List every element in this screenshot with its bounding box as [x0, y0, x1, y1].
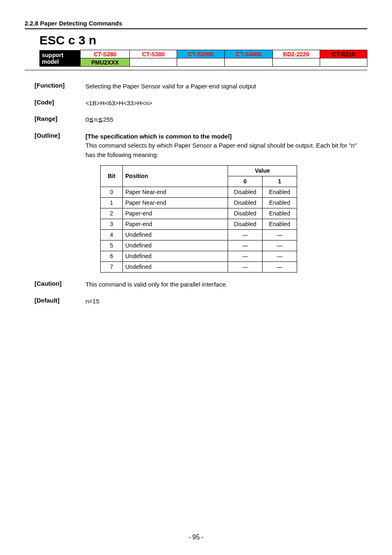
bit-header-v1: 1 — [263, 176, 297, 187]
bit-cell-v0: Disabled — [228, 198, 263, 208]
outline-heading: [The specification which is common to th… — [85, 132, 367, 141]
bit-cell-v0: ― — [228, 230, 263, 240]
support-cell — [177, 58, 225, 67]
bit-header-bit: Bit — [101, 166, 123, 187]
bit-cell-position: Paper Near-end — [123, 198, 228, 208]
code-label: [Code] — [35, 99, 85, 108]
section-heading: 2.2.8 Paper Detecting Commands — [25, 20, 367, 27]
command-title: ESC c 3 n — [39, 33, 367, 47]
divider-under-support — [25, 70, 367, 70]
bit-cell-v1: ― — [263, 240, 297, 251]
support-cell: PMU2XXX — [81, 58, 130, 67]
support-model-table: CT-S280 CT-S300 CT-S2000 CT-S4000 BD2-22… — [80, 50, 367, 67]
bit-table-row: 6Undefined―― — [101, 251, 297, 262]
function-row: [Function] Selecting the Paper Sensor va… — [25, 82, 367, 91]
bit-cell-bit: 3 — [101, 219, 123, 230]
support-cell: CT-S4000 — [225, 50, 272, 58]
bit-cell-v1: Enabled — [263, 219, 297, 230]
caution-row: [Caution] This command is valid only for… — [25, 280, 367, 289]
bit-table: Bit Position Value 0 1 0Paper Near-endDi… — [100, 165, 297, 273]
bit-cell-v1: Enabled — [263, 198, 297, 208]
support-row-2: PMU2XXX — [81, 58, 367, 67]
bit-cell-bit: 2 — [101, 208, 123, 219]
support-cell: CT-S2000 — [177, 50, 225, 58]
default-text: n=15 — [85, 297, 367, 306]
bit-cell-position: Paper-end — [123, 208, 228, 219]
bit-cell-position: Undefined — [123, 230, 228, 240]
bit-cell-bit: 7 — [101, 262, 123, 273]
outline-body: [The specification which is common to th… — [85, 132, 367, 273]
bit-cell-v0: ― — [228, 262, 263, 273]
bit-cell-position: Paper-end — [123, 219, 228, 230]
bit-table-row: 2Paper-endDisabledEnabled — [101, 208, 297, 219]
bit-table-row: 1Paper Near-endDisabledEnabled — [101, 198, 297, 208]
code-text: <1B>H<63>H<33>H<n> — [85, 99, 367, 108]
bit-table-row: 3Paper-endDisabledEnabled — [101, 219, 297, 230]
bit-cell-v1: Enabled — [263, 187, 297, 198]
bit-table-row: 7Undefined―― — [101, 262, 297, 273]
bit-cell-bit: 4 — [101, 230, 123, 240]
caution-text: This command is valid only for the paral… — [85, 280, 367, 289]
support-cell — [320, 58, 367, 67]
outline-text: This command selects by which Paper Sens… — [85, 141, 367, 160]
bit-cell-v1: ― — [263, 230, 297, 240]
bit-header-v0: 0 — [228, 176, 263, 187]
bit-cell-position: Undefined — [123, 262, 228, 273]
bit-cell-v0: ― — [228, 240, 263, 251]
caution-label: [Caution] — [35, 280, 85, 289]
range-label: [Range] — [35, 115, 85, 125]
support-model-label: support model — [39, 50, 80, 67]
range-row: [Range] 0≦n≦255 — [25, 115, 367, 125]
outline-row: [Outline] [The specification which is co… — [25, 132, 367, 273]
default-row: [Default] n=15 — [25, 297, 367, 306]
bit-table-row: 5Undefined―― — [101, 240, 297, 251]
bit-cell-bit: 0 — [101, 187, 123, 198]
support-model-block: support model CT-S280 CT-S300 CT-S2000 C… — [39, 50, 367, 67]
support-cell — [272, 58, 320, 67]
support-cell: BD2-2220 — [272, 50, 320, 58]
support-cell — [130, 58, 177, 67]
support-cell: CT-S300 — [130, 50, 177, 58]
support-cell — [225, 58, 272, 67]
function-text: Selecting the Paper Sensor valid for a P… — [85, 82, 367, 91]
default-label: [Default] — [35, 297, 85, 306]
bit-table-row: 4Undefined―― — [101, 230, 297, 240]
range-text: 0≦n≦255 — [85, 115, 367, 125]
outline-label: [Outline] — [35, 132, 85, 273]
bit-cell-bit: 6 — [101, 251, 123, 262]
function-label: [Function] — [35, 82, 85, 91]
bit-cell-v0: Disabled — [228, 208, 263, 219]
bit-cell-v1: ― — [263, 262, 297, 273]
support-cell: CT-S280 — [81, 50, 130, 58]
divider-top — [25, 28, 367, 29]
bit-header-value: Value — [228, 166, 297, 176]
support-row-1: CT-S280 CT-S300 CT-S2000 CT-S4000 BD2-22… — [81, 50, 367, 58]
bit-table-row: 0Paper Near-endDisabledEnabled — [101, 187, 297, 198]
bit-cell-v0: ― — [228, 251, 263, 262]
bit-cell-v1: ― — [263, 251, 297, 262]
bit-cell-bit: 5 — [101, 240, 123, 251]
bit-cell-position: Undefined — [123, 240, 228, 251]
bit-cell-position: Undefined — [123, 251, 228, 262]
bit-cell-position: Paper Near-end — [123, 187, 228, 198]
bit-cell-v0: Disabled — [228, 219, 263, 230]
page-number: - 95 - — [0, 534, 392, 541]
support-cell: CT-S310 — [320, 50, 367, 58]
bit-cell-bit: 1 — [101, 198, 123, 208]
bit-cell-v0: Disabled — [228, 187, 263, 198]
bit-cell-v1: Enabled — [263, 208, 297, 219]
bit-header-position: Position — [123, 166, 228, 187]
code-row: [Code] <1B>H<63>H<33>H<n> — [25, 99, 367, 108]
